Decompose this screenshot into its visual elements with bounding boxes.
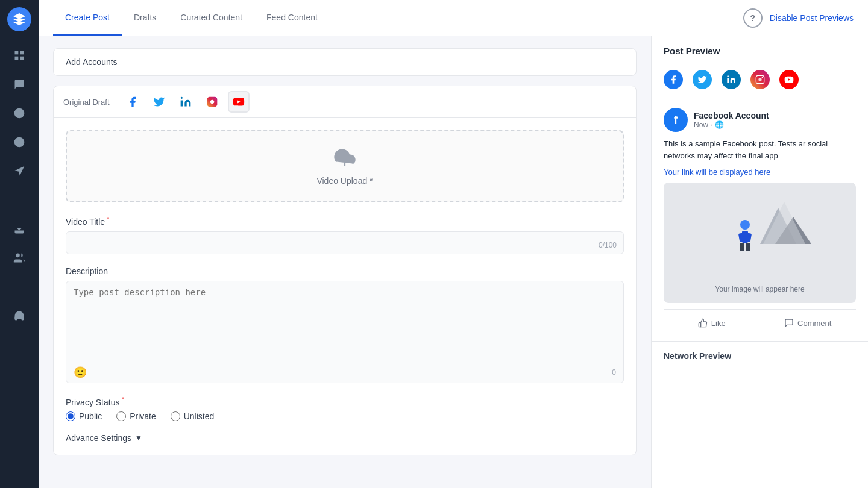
- preview-platforms: [652, 61, 868, 98]
- svg-point-23: [180, 97, 182, 99]
- platform-tab-linkedin[interactable]: [175, 91, 197, 113]
- app-logo[interactable]: [7, 7, 31, 31]
- headset-icon[interactable]: [7, 304, 31, 328]
- dashboard-icon[interactable]: [7, 43, 31, 67]
- asterisk-icon[interactable]: [7, 101, 31, 125]
- platform-tab-instagram[interactable]: [201, 91, 223, 113]
- svg-rect-2: [15, 57, 19, 60]
- video-title-char-count: 0/100: [599, 241, 617, 249]
- tab-drafts[interactable]: Drafts: [122, 0, 168, 36]
- chevron-down-icon: ▼: [135, 434, 142, 442]
- sidebar: [0, 0, 39, 488]
- platform-tabs: Original Draft: [54, 86, 636, 118]
- radio-public[interactable]: Public: [66, 411, 102, 421]
- privacy-status-field-group: Privacy Status * Public Private: [66, 395, 624, 422]
- video-upload-area[interactable]: Video Upload *: [66, 130, 624, 202]
- chat-icon[interactable]: [7, 72, 31, 96]
- video-title-input[interactable]: [66, 231, 624, 254]
- privacy-status-label: Privacy Status *: [66, 395, 624, 407]
- video-title-label: Video Title *: [66, 214, 624, 227]
- fb-account-row: f Facebook Account Now · 🌐: [664, 108, 856, 132]
- svg-point-28: [727, 75, 729, 77]
- description-label: Description: [66, 266, 624, 276]
- disable-previews-button[interactable]: Disable Post Previews: [770, 13, 854, 23]
- facebook-preview-card: f Facebook Account Now · 🌐 This is a sam…: [664, 108, 856, 331]
- textarea-footer: 🙂 0: [66, 362, 623, 383]
- top-nav: Create Post Drafts Curated Content Feed …: [39, 0, 868, 36]
- tab-curated-content[interactable]: Curated Content: [168, 0, 254, 36]
- svg-point-16: [16, 254, 20, 258]
- platform-tab-youtube[interactable]: [228, 91, 250, 113]
- preview-platform-youtube[interactable]: [779, 70, 799, 89]
- radio-unlisted[interactable]: Unlisted: [171, 411, 215, 421]
- svg-rect-40: [740, 243, 744, 251]
- help-button[interactable]: ?: [743, 8, 763, 28]
- editor-panel: Add Accounts Original Draft: [39, 36, 651, 488]
- chart-icon[interactable]: [7, 188, 31, 212]
- form-body: Video Upload * Video Title * 0/100: [54, 118, 636, 455]
- platform-tab-twitter[interactable]: [148, 91, 170, 113]
- svg-rect-1: [20, 51, 24, 55]
- platform-tab-facebook[interactable]: [122, 91, 143, 113]
- network-preview-title: Network Preview: [664, 351, 856, 361]
- svg-point-31: [762, 77, 763, 78]
- preview-platform-linkedin[interactable]: [722, 70, 741, 89]
- fb-actions: Like Comment: [664, 309, 856, 331]
- preview-platform-instagram[interactable]: [750, 70, 770, 89]
- svg-rect-0: [15, 51, 19, 55]
- fb-like-button[interactable]: Like: [664, 314, 760, 331]
- post-form-card: Original Draft: [53, 86, 637, 455]
- megaphone-icon[interactable]: [7, 159, 31, 183]
- advance-settings-label: Advance Settings: [66, 433, 131, 443]
- fb-account-time: Now · 🌐: [694, 120, 856, 129]
- fb-post-text: This is a sample Facebook post. Tests ar…: [664, 138, 856, 161]
- target-icon[interactable]: [7, 130, 31, 154]
- preview-header: Post Preview: [652, 36, 868, 61]
- page-body: Add Accounts Original Draft: [39, 36, 868, 488]
- svg-point-4: [14, 108, 25, 119]
- download-icon[interactable]: [7, 217, 31, 241]
- original-draft-label: Original Draft: [63, 90, 110, 114]
- svg-point-30: [758, 78, 761, 81]
- fb-account-info: Facebook Account Now · 🌐: [694, 111, 856, 129]
- fb-image-placeholder: Your image will appear here: [664, 183, 856, 303]
- description-char-count: 0: [612, 368, 616, 377]
- add-accounts-bar[interactable]: Add Accounts: [53, 48, 637, 76]
- video-title-field-group: Video Title * 0/100: [66, 214, 624, 254]
- description-wrapper: 🙂 0: [66, 281, 624, 383]
- fb-link[interactable]: Your link will be displayed here: [664, 167, 856, 177]
- preview-panel: Post Preview: [651, 36, 868, 488]
- svg-point-11: [18, 141, 20, 143]
- users-icon[interactable]: [7, 246, 31, 270]
- tab-feed-content[interactable]: Feed Content: [254, 0, 330, 36]
- list-icon[interactable]: [7, 275, 31, 299]
- tab-create-post[interactable]: Create Post: [53, 0, 122, 36]
- preview-platform-twitter[interactable]: [693, 70, 712, 89]
- nav-tabs: Create Post Drafts Curated Content Feed …: [53, 0, 330, 36]
- video-upload-label: Video Upload *: [316, 176, 373, 186]
- placeholder-illustration: [700, 184, 820, 280]
- emoji-button[interactable]: 🙂: [74, 366, 87, 379]
- description-field-group: Description 🙂 0: [66, 266, 624, 383]
- image-placeholder-text: Your image will appear here: [715, 285, 804, 293]
- svg-point-36: [740, 220, 750, 230]
- network-preview-section: Network Preview: [652, 341, 868, 371]
- privacy-radio-group: Public Private Unlisted: [66, 411, 624, 421]
- fb-account-name: Facebook Account: [694, 111, 856, 120]
- svg-marker-35: [763, 202, 805, 244]
- svg-rect-41: [746, 243, 750, 251]
- fb-avatar: f: [664, 108, 688, 132]
- nav-right: ? Disable Post Previews: [743, 8, 854, 28]
- cloud-upload-icon: [334, 147, 356, 171]
- radio-private[interactable]: Private: [116, 411, 156, 421]
- fb-comment-button[interactable]: Comment: [760, 314, 857, 331]
- advance-settings-toggle[interactable]: Advance Settings ▼: [66, 433, 624, 443]
- video-title-wrapper: 0/100: [66, 231, 624, 254]
- preview-platform-facebook[interactable]: [664, 70, 683, 89]
- description-textarea[interactable]: [66, 281, 623, 360]
- svg-rect-3: [20, 57, 24, 60]
- main-content: Create Post Drafts Curated Content Feed …: [39, 0, 868, 488]
